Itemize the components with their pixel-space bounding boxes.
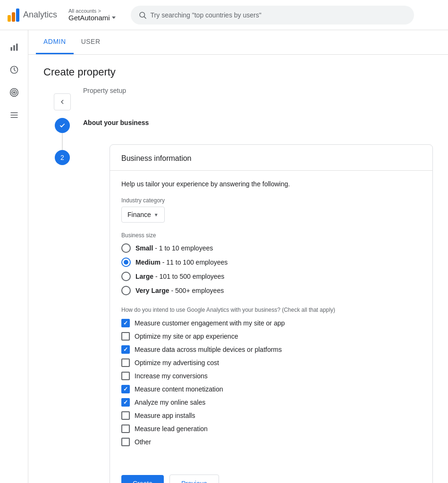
search-placeholder: Try searching "top countries by users" xyxy=(151,11,262,19)
svg-rect-4 xyxy=(16,44,17,51)
checkbox-label-online-sales: Analyze my online sales xyxy=(135,399,205,406)
checkbox-label-lead-gen: Measure lead generation xyxy=(135,425,208,433)
previous-button[interactable]: Previous xyxy=(169,475,219,483)
search-icon xyxy=(138,11,147,19)
back-button[interactable] xyxy=(54,93,71,110)
step2-label: About your business xyxy=(83,119,149,126)
industry-dropdown[interactable]: Finance ▼ xyxy=(121,207,165,223)
svg-point-0 xyxy=(140,12,145,17)
logo-icon xyxy=(8,8,19,22)
page-body: Create property xyxy=(28,55,448,483)
app-title: Analytics xyxy=(23,10,57,20)
card-header: Business information xyxy=(110,145,432,171)
checkbox-other[interactable]: Other xyxy=(121,438,421,446)
chevron-down-icon xyxy=(112,17,116,19)
checkbox-box-site-experience xyxy=(121,332,130,341)
checkbox-lead-gen[interactable]: Measure lead generation xyxy=(121,425,421,433)
checkbox-multi-device[interactable]: ✓ Measure data across multiple devices o… xyxy=(121,345,421,354)
industry-chevron-icon: ▼ xyxy=(154,212,159,217)
checkbox-advertising[interactable]: Optimize my advertising cost xyxy=(121,358,421,367)
checkbox-label-advertising: Optimize my advertising cost xyxy=(135,359,219,366)
radio-circle-medium xyxy=(121,258,131,267)
account-selector[interactable]: All accounts > GetAutonami xyxy=(68,8,116,22)
account-prefix: All accounts > xyxy=(68,8,116,14)
business-size-label: Business size xyxy=(121,232,421,239)
step1-label: Property setup xyxy=(83,87,126,94)
checkbox-box-engagement: ✓ xyxy=(121,319,130,327)
checkbox-label-conversions: Increase my conversions xyxy=(135,372,208,380)
checkbox-box-online-sales: ✓ xyxy=(121,398,130,407)
sidebar-icon-list[interactable] xyxy=(5,106,24,125)
sidebar-icon-target[interactable] xyxy=(5,83,24,102)
usage-checkbox-group: ✓ Measure customer engagement with my si… xyxy=(121,319,421,446)
sidebar xyxy=(0,30,28,483)
industry-label: Industry category xyxy=(121,197,421,204)
checkbox-label-multi-device: Measure data across multiple devices or … xyxy=(135,346,282,353)
usage-question: How do you intend to use Google Analytic… xyxy=(121,307,421,313)
radio-item-small[interactable]: Small - 1 to 10 employees xyxy=(121,243,421,253)
business-info-card: Business information Help us tailor your… xyxy=(110,144,433,483)
create-button[interactable]: Create xyxy=(121,475,164,483)
stepper-col: 2 xyxy=(43,90,81,483)
navbar: Analytics All accounts > GetAutonami Try… xyxy=(0,0,448,30)
radio-item-medium[interactable]: Medium - 11 to 100 employees xyxy=(121,258,421,267)
checkbox-label-app-installs: Measure app installs xyxy=(135,412,195,419)
content-col: Property setup About your business Busin… xyxy=(81,90,433,483)
tab-admin[interactable]: ADMIN xyxy=(36,30,74,54)
tabs: ADMIN USER xyxy=(28,30,448,55)
account-name: GetAutonami xyxy=(68,14,116,22)
radio-label-very-large: Very Large - 500+ employees xyxy=(135,287,224,294)
radio-circle-very-large xyxy=(121,286,131,295)
radio-circle-small xyxy=(121,243,131,253)
svg-rect-2 xyxy=(10,47,12,51)
tab-user[interactable]: USER xyxy=(74,30,108,54)
svg-point-8 xyxy=(13,92,15,93)
svg-rect-3 xyxy=(13,45,15,51)
button-row: Create Previous xyxy=(110,467,432,483)
description-text: Help us tailor your experience by answer… xyxy=(121,180,421,188)
radio-item-large[interactable]: Large - 101 to 500 employees xyxy=(121,272,421,281)
radio-label-small: Small - 1 to 10 employees xyxy=(135,244,213,252)
page-title: Create property xyxy=(43,66,433,78)
checkbox-conversions[interactable]: Increase my conversions xyxy=(121,372,421,380)
checkbox-monetization[interactable]: ✓ Measure content monetization xyxy=(121,385,421,393)
logo-area: Analytics xyxy=(8,8,57,22)
checkbox-engagement[interactable]: ✓ Measure customer engagement with my si… xyxy=(121,319,421,327)
svg-line-1 xyxy=(144,17,146,18)
checkbox-box-other xyxy=(121,438,130,446)
checkbox-label-other: Other xyxy=(135,438,151,446)
svg-point-7 xyxy=(12,90,17,95)
radio-label-large: Large - 101 to 500 employees xyxy=(135,273,224,280)
checkbox-box-multi-device: ✓ xyxy=(121,345,130,354)
industry-value: Finance xyxy=(127,211,151,218)
main-content: ADMIN USER Create property xyxy=(28,30,448,483)
business-size-radio-group: Small - 1 to 10 employees Medium - 11 to… xyxy=(121,243,421,295)
checkbox-box-app-installs xyxy=(121,411,130,420)
checkbox-site-experience[interactable]: Optimize my site or app experience xyxy=(121,332,421,341)
checkbox-box-advertising xyxy=(121,358,130,367)
step2-circle: 2 xyxy=(55,150,70,165)
radio-label-medium: Medium - 11 to 100 employees xyxy=(135,258,228,266)
radio-circle-large xyxy=(121,272,131,281)
step1-circle xyxy=(55,118,70,133)
search-bar[interactable]: Try searching "top countries by users" xyxy=(131,6,414,25)
sidebar-icon-clock[interactable] xyxy=(5,60,24,79)
checkbox-box-monetization: ✓ xyxy=(121,385,130,393)
card-body: Help us tailor your experience by answer… xyxy=(110,171,432,467)
checkbox-label-engagement: Measure customer engagement with my site… xyxy=(135,319,285,327)
checkbox-box-conversions xyxy=(121,372,130,380)
radio-item-very-large[interactable]: Very Large - 500+ employees xyxy=(121,286,421,295)
checkbox-app-installs[interactable]: Measure app installs xyxy=(121,411,421,420)
checkbox-online-sales[interactable]: ✓ Analyze my online sales xyxy=(121,398,421,407)
sidebar-icon-barchart[interactable] xyxy=(5,38,24,57)
checkbox-label-monetization: Measure content monetization xyxy=(135,385,223,393)
checkbox-box-lead-gen xyxy=(121,425,130,433)
checkbox-label-site-experience: Optimize my site or app experience xyxy=(135,333,238,340)
